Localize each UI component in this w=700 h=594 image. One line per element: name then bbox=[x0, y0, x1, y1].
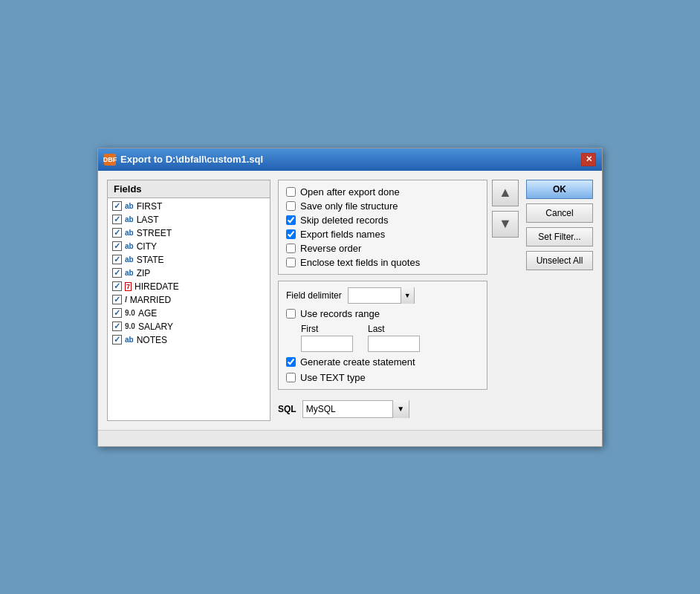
fields-panel: Fields abFIRSTabLASTabSTREETabCITYabSTAT… bbox=[107, 180, 270, 421]
field-checkbox-last[interactable] bbox=[112, 215, 122, 224]
field-item-state[interactable]: abSTATE bbox=[108, 253, 270, 267]
first-range-group: First bbox=[301, 324, 353, 352]
export-fields-label[interactable]: Export fields names bbox=[300, 229, 385, 240]
field-item-age[interactable]: 9.0AGE bbox=[108, 307, 270, 320]
field-type-state: ab bbox=[125, 255, 134, 264]
open-after-export-label[interactable]: Open after export done bbox=[300, 186, 400, 198]
field-name-zip: ZIP bbox=[137, 268, 151, 278]
option-generate-create: Generate create statement bbox=[286, 356, 479, 368]
ok-button[interactable]: OK bbox=[526, 180, 593, 199]
option-reverse-order: Reverse order bbox=[286, 243, 479, 254]
range-inputs: First Last bbox=[301, 324, 479, 352]
title-bar-left: DBF Export to D:\dbfall\custom1.sql bbox=[104, 154, 263, 166]
reverse-order-checkbox[interactable] bbox=[286, 244, 296, 253]
set-filter-button[interactable]: Set Filter... bbox=[526, 227, 593, 247]
field-type-first: ab bbox=[125, 202, 134, 210]
export-fields-checkbox[interactable] bbox=[286, 229, 296, 239]
field-checkbox-hiredate[interactable] bbox=[112, 281, 122, 291]
field-item-hiredate[interactable]: 7HIREDATE bbox=[108, 280, 270, 293]
option-open-after-export: Open after export done bbox=[286, 186, 479, 198]
field-item-last[interactable]: abLAST bbox=[108, 213, 270, 226]
field-delimiter-label: Field delimiter bbox=[286, 290, 342, 301]
field-checkbox-first[interactable] bbox=[112, 201, 122, 211]
last-input[interactable] bbox=[368, 336, 420, 352]
field-checkbox-street[interactable] bbox=[112, 228, 122, 238]
field-item-first[interactable]: abFIRST bbox=[108, 200, 270, 213]
option-save-only-structure: Save only file structure bbox=[286, 200, 479, 212]
field-checkbox-state[interactable] bbox=[112, 255, 122, 264]
last-label: Last bbox=[368, 324, 420, 334]
field-delimiter-arrow[interactable]: ▼ bbox=[401, 287, 414, 304]
field-name-city: CITY bbox=[137, 241, 157, 252]
field-name-age: AGE bbox=[138, 308, 157, 319]
settings-box: Field delimiter ▼ Use records range bbox=[278, 281, 487, 390]
generate-create-label[interactable]: Generate create statement bbox=[300, 356, 415, 368]
arrow-buttons: ▲ ▼ bbox=[492, 180, 519, 421]
unselect-all-button[interactable]: Unselect All bbox=[526, 251, 593, 270]
right-buttons: OK Cancel Set Filter... Unselect All bbox=[526, 180, 593, 421]
window-title: Export to D:\dbfall\custom1.sql bbox=[120, 154, 263, 165]
close-button[interactable]: ✕ bbox=[581, 153, 596, 166]
field-name-married: MARRIED bbox=[130, 295, 171, 305]
field-item-city[interactable]: abCITY bbox=[108, 240, 270, 253]
skip-deleted-label[interactable]: Skip deleted records bbox=[300, 215, 389, 226]
move-up-button[interactable]: ▲ bbox=[492, 180, 519, 206]
use-text-type-checkbox[interactable] bbox=[286, 373, 296, 382]
status-bar bbox=[98, 430, 602, 446]
field-name-hiredate: HIREDATE bbox=[135, 281, 179, 292]
field-name-street: STREET bbox=[137, 228, 172, 238]
option-records-range: Use records range bbox=[286, 308, 479, 319]
field-name-state: STATE bbox=[137, 255, 164, 265]
options-box: Open after export done Save only file st… bbox=[278, 180, 487, 275]
skip-deleted-checkbox[interactable] bbox=[286, 215, 296, 225]
field-name-notes: NOTES bbox=[137, 335, 167, 345]
sql-label: SQL bbox=[278, 404, 296, 414]
title-bar: DBF Export to D:\dbfall\custom1.sql ✕ bbox=[98, 148, 602, 171]
field-checkbox-salary[interactable] bbox=[112, 322, 122, 331]
generate-create-checkbox[interactable] bbox=[286, 357, 296, 367]
sql-row: SQL MySQL ▼ bbox=[278, 396, 487, 421]
field-item-zip[interactable]: abZIP bbox=[108, 267, 270, 280]
cancel-button[interactable]: Cancel bbox=[526, 203, 593, 223]
last-range-group: Last bbox=[368, 324, 420, 352]
use-text-type-label[interactable]: Use TEXT type bbox=[300, 372, 366, 383]
use-records-range-label[interactable]: Use records range bbox=[300, 308, 380, 319]
fields-list: abFIRSTabLASTabSTREETabCITYabSTATEabZIP7… bbox=[108, 198, 270, 420]
field-item-salary[interactable]: 9.0SALARY bbox=[108, 320, 270, 333]
app-icon: DBF bbox=[104, 154, 116, 166]
field-name-last: LAST bbox=[137, 215, 159, 225]
field-type-zip: ab bbox=[125, 269, 134, 277]
sql-dropdown[interactable]: MySQL ▼ bbox=[302, 400, 409, 418]
field-checkbox-age[interactable] bbox=[112, 308, 122, 318]
field-name-first: FIRST bbox=[137, 201, 163, 212]
field-item-married[interactable]: IMARRIED bbox=[108, 293, 270, 307]
field-item-notes[interactable]: abNOTES bbox=[108, 333, 270, 347]
enclose-text-checkbox[interactable] bbox=[286, 258, 296, 267]
save-only-structure-checkbox[interactable] bbox=[286, 201, 296, 211]
field-delimiter-dropdown[interactable]: ▼ bbox=[348, 287, 415, 304]
move-down-button[interactable]: ▼ bbox=[492, 211, 519, 238]
option-enclose-text: Enclose text fields in quotes bbox=[286, 257, 479, 268]
field-checkbox-zip[interactable] bbox=[112, 268, 122, 278]
fields-header: Fields bbox=[108, 180, 270, 198]
save-only-structure-label[interactable]: Save only file structure bbox=[300, 200, 398, 212]
option-export-fields: Export fields names bbox=[286, 229, 479, 240]
sql-value: MySQL bbox=[303, 404, 392, 414]
middle-panel: Open after export done Save only file st… bbox=[278, 180, 519, 421]
field-checkbox-city[interactable] bbox=[112, 241, 122, 251]
use-records-range-checkbox[interactable] bbox=[286, 309, 296, 319]
sql-dropdown-arrow[interactable]: ▼ bbox=[392, 400, 409, 418]
field-type-salary: 9.0 bbox=[125, 322, 135, 330]
export-dialog: DBF Export to D:\dbfall\custom1.sql ✕ Fi… bbox=[97, 148, 603, 447]
field-type-age: 9.0 bbox=[125, 309, 135, 317]
reverse-order-label[interactable]: Reverse order bbox=[300, 243, 361, 254]
field-checkbox-married[interactable] bbox=[112, 295, 122, 304]
open-after-export-checkbox[interactable] bbox=[286, 187, 296, 197]
field-item-street[interactable]: abSTREET bbox=[108, 226, 270, 240]
delimiter-row: Field delimiter ▼ bbox=[286, 287, 479, 304]
field-type-hiredate: 7 bbox=[125, 282, 132, 291]
options-and-settings: Open after export done Save only file st… bbox=[278, 180, 487, 421]
field-checkbox-notes[interactable] bbox=[112, 335, 122, 345]
enclose-text-label[interactable]: Enclose text fields in quotes bbox=[300, 257, 420, 268]
first-input[interactable] bbox=[301, 336, 353, 352]
